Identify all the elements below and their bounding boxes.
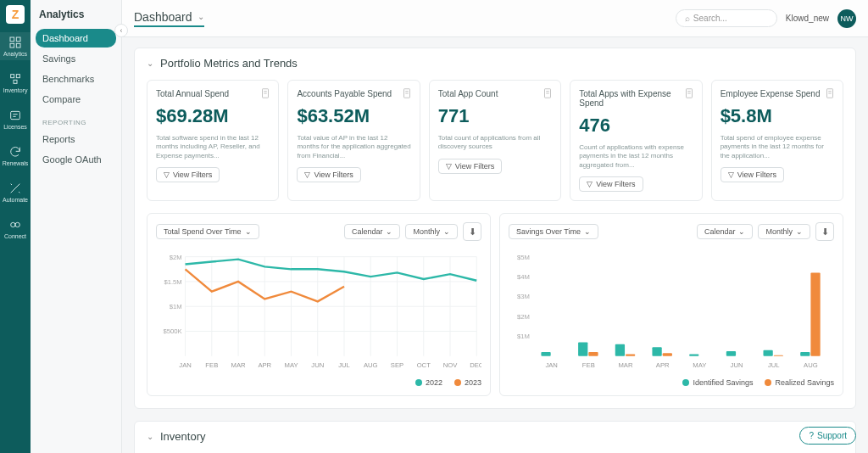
legend-item[interactable]: 2023	[454, 378, 481, 387]
download-button[interactable]: ⬇	[815, 222, 834, 241]
section-toggle-inventory[interactable]: ⌄ Inventory	[147, 430, 843, 443]
rail-label: Automate	[3, 197, 28, 203]
chart-legend: Identified SavingsRealized Savings	[509, 378, 834, 387]
svg-rect-74	[800, 352, 810, 356]
sidebar-item-benchmarks[interactable]: Benchmarks	[36, 70, 116, 88]
svg-text:FEB: FEB	[205, 361, 218, 369]
chart-title-dropdown[interactable]: Total Spend Over Time ⌄	[156, 224, 259, 239]
sidebar-item-dashboard[interactable]: Dashboard	[36, 29, 116, 48]
legend-item[interactable]: Identified Savings	[682, 378, 753, 387]
svg-text:JUL: JUL	[768, 361, 780, 369]
chart-canvas: $1M$2M$3M$4M$5MJANFEBMARAPRMAYJUNJULAUG	[509, 248, 834, 375]
license-icon	[8, 109, 22, 122]
period-dropdown[interactable]: Monthly ⌄	[405, 224, 458, 239]
topbar: Dashboard ⌄ ⌕ Search... Klowd_new NW	[122, 0, 868, 37]
content-scroll[interactable]: ⌄ Portfolio Metrics and Trends Total Ann…	[122, 37, 868, 453]
rail-analytics[interactable]: Analytics	[0, 32, 31, 60]
rail-label: Connect	[4, 233, 26, 239]
document-icon[interactable]	[259, 87, 271, 99]
svg-rect-53	[541, 352, 550, 356]
kpi-card: Accounts Payable Spend $63.52M Total val…	[287, 80, 420, 201]
svg-text:SEP: SEP	[391, 361, 403, 369]
wand-icon	[8, 182, 22, 195]
brand-logo[interactable]: Z	[6, 5, 25, 24]
refresh-icon	[8, 145, 22, 159]
chart-row: Total Spend Over Time ⌄ Calendar ⌄ Month…	[147, 213, 843, 396]
sidebar-title: Analytics	[36, 8, 116, 29]
rail-label: Inventory	[3, 87, 28, 93]
rail-connect[interactable]: Connect	[0, 215, 31, 243]
chart-title-dropdown[interactable]: Savings Over Time ⌄	[509, 224, 598, 239]
download-button[interactable]: ⬇	[463, 222, 481, 241]
kpi-title: Accounts Payable Spend	[297, 89, 410, 98]
rail-licenses[interactable]: Licenses	[0, 105, 31, 133]
svg-text:MAR: MAR	[618, 361, 633, 369]
legend-item[interactable]: 2022	[415, 378, 442, 387]
search-input[interactable]: ⌕ Search...	[676, 9, 777, 27]
svg-text:APR: APR	[258, 361, 271, 369]
svg-rect-7	[11, 111, 20, 119]
rail-inventory[interactable]: Inventory	[0, 69, 31, 97]
svg-text:$1M: $1M	[170, 303, 182, 310]
link-icon	[8, 218, 22, 232]
svg-text:DEC: DEC	[470, 361, 481, 369]
chevron-down-icon: ⌄	[386, 227, 392, 236]
document-icon[interactable]	[401, 87, 413, 99]
rail-renewals[interactable]: Renewals	[0, 142, 31, 170]
svg-rect-3	[16, 43, 20, 48]
chart-total-spend: Total Spend Over Time ⌄ Calendar ⌄ Month…	[147, 213, 491, 396]
svg-text:MAY: MAY	[285, 361, 298, 369]
chevron-down-icon: ⌄	[584, 227, 591, 236]
svg-text:FEB: FEB	[582, 361, 595, 369]
svg-rect-6	[14, 80, 17, 83]
svg-rect-65	[689, 355, 698, 356]
view-filters-button[interactable]: ▽ View Filters	[579, 176, 643, 192]
sidebar-item-compare[interactable]: Compare	[36, 90, 116, 109]
calendar-dropdown[interactable]: Calendar ⌄	[697, 224, 754, 239]
legend-item[interactable]: Realized Savings	[765, 378, 834, 387]
sidebar-collapse-button[interactable]: ‹	[114, 24, 128, 37]
view-filters-button[interactable]: ▽ View Filters	[721, 167, 784, 182]
svg-text:OCT: OCT	[417, 361, 431, 369]
filter-icon: ▽	[587, 180, 593, 188]
svg-text:$3M: $3M	[517, 294, 530, 301]
rail-label: Analytics	[3, 51, 27, 57]
view-filters-button[interactable]: ▽ View Filters	[438, 159, 502, 174]
svg-text:JUN: JUN	[311, 361, 324, 369]
user-name[interactable]: Klowd_new	[786, 14, 829, 23]
period-dropdown[interactable]: Monthly ⌄	[758, 224, 810, 239]
sidebar-item-savings[interactable]: Savings	[36, 49, 116, 68]
svg-rect-57	[588, 352, 598, 356]
kpi-title: Total Annual Spend	[156, 89, 270, 98]
svg-text:MAR: MAR	[231, 361, 247, 369]
kpi-card: Total Apps with Expense Spend 476 Count …	[570, 80, 702, 201]
filter-icon: ▽	[446, 162, 452, 171]
kpi-description: Count of applications with expense payme…	[579, 143, 693, 170]
svg-rect-62	[652, 347, 661, 356]
svg-text:$5M: $5M	[517, 254, 530, 261]
download-icon: ⬇	[821, 226, 829, 238]
breadcrumb[interactable]: Dashboard ⌄	[134, 10, 204, 27]
view-filters-button[interactable]: ▽ View Filters	[156, 167, 220, 182]
svg-rect-1	[16, 37, 20, 42]
svg-text:APR: APR	[656, 361, 670, 369]
filter-icon: ▽	[728, 171, 734, 179]
view-filters-button[interactable]: ▽ View Filters	[297, 167, 360, 182]
document-icon[interactable]	[542, 87, 554, 99]
sidebar-item-google-oauth[interactable]: Google OAuth	[36, 150, 116, 169]
kpi-description: Total count of applications from all dis…	[438, 134, 552, 152]
avatar[interactable]: NW	[837, 9, 856, 28]
sidebar-item-reports[interactable]: Reports	[36, 130, 116, 148]
rail-automate[interactable]: Automate	[0, 178, 31, 206]
svg-text:$1.5M: $1.5M	[164, 278, 181, 286]
kpi-value: $63.52M	[297, 105, 410, 127]
support-button[interactable]: ? Support	[799, 427, 856, 445]
document-icon[interactable]	[824, 87, 836, 99]
calendar-dropdown[interactable]: Calendar ⌄	[344, 224, 401, 239]
kpi-title: Employee Expense Spend	[721, 89, 834, 98]
svg-rect-72	[774, 355, 783, 356]
section-toggle-portfolio[interactable]: ⌄ Portfolio Metrics and Trends	[147, 57, 843, 70]
svg-text:AUG: AUG	[364, 361, 378, 369]
document-icon[interactable]	[683, 87, 695, 99]
search-placeholder: Search...	[693, 14, 727, 23]
